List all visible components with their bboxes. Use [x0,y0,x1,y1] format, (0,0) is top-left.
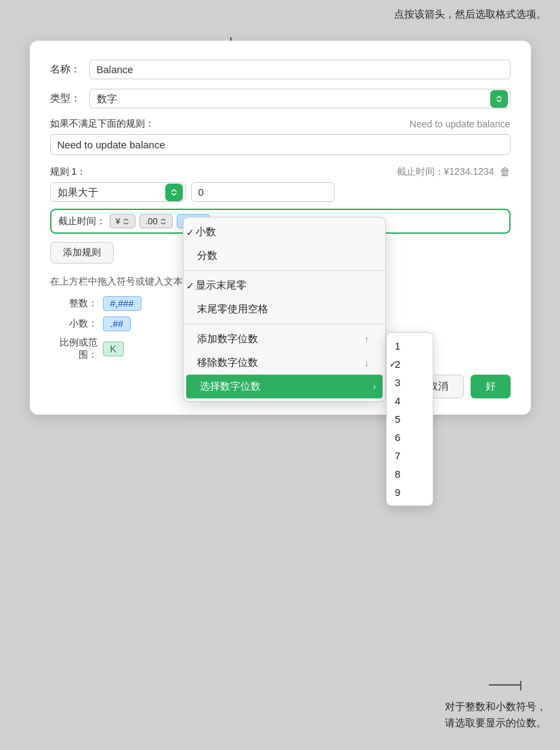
menu-item-trailing-space[interactable]: 末尾零使用空格 [184,297,385,321]
submenu-item-8[interactable]: 8 [387,465,433,483]
menu-separator-2 [184,324,385,325]
menu-item-show-trailing-label: 显示末尾零 [196,279,246,292]
rule-header-row: 规则 1： 截止时间：¥1234.1234 🗑 [50,166,511,178]
format-dropdown-menu: ✓ 小数 分数 ✓ 显示末尾零 末尾零使用空格 添加数字位数 ↑ 移除数字位数 … [183,217,386,402]
rule-condition-select-wrapper: 如果大于 [50,182,186,202]
submenu-item-3[interactable]: 3 [387,373,433,392]
rule-not-met-label: 如果不满足下面的规则： [50,118,154,130]
menu-separator-1 [184,270,385,271]
submenu-label-1: 1 [395,340,400,352]
remove-digits-shortcut-icon: ↓ [365,358,370,368]
submenu-arrow-icon: › [373,381,376,392]
submenu-item-4[interactable]: 4 [387,392,433,410]
menu-item-remove-digits-label: 移除数字位数 [196,356,258,369]
deadline-label-btn[interactable]: 截止时间： [58,215,106,228]
rule-not-met-row: 如果不满足下面的规则： Need to update balance [50,118,511,130]
rule-value-input[interactable] [191,182,335,202]
rule-not-met-value: Need to update balance [410,119,511,129]
submenu-item-5[interactable]: 5 [387,410,433,428]
name-input[interactable] [89,60,511,79]
annotation-bottom: 对于整数和小数符号， 请选取要显示的位数。 [445,699,546,731]
menu-item-add-digits-label: 添加数字位数 [196,333,258,346]
rule-title: 规则 1： [50,166,87,178]
menu-item-remove-digits[interactable]: 移除数字位数 ↓ [184,351,385,375]
submenu-label-4: 4 [395,395,400,407]
ok-button[interactable]: 好 [471,375,511,398]
type-label: 类型： [50,92,83,105]
submenu-label-7: 7 [395,450,400,461]
menu-item-fraction[interactable]: 分数 [184,244,385,268]
submenu-label-6: 6 [395,432,400,443]
name-field-row: 名称： [50,60,511,79]
submenu-item-2[interactable]: ✓ 2 [387,355,433,373]
submenu-item-6[interactable]: 6 [387,428,433,446]
submenu-label-3: 3 [395,377,400,388]
submenu-item-1[interactable]: 1 [387,337,433,355]
submenu-item-9[interactable]: 9 [387,483,433,501]
scale-token-tag[interactable]: K [103,341,124,356]
name-label: 名称： [50,63,83,76]
menu-item-fraction-label: 分数 [196,249,217,262]
digits-submenu: 1 ✓ 2 3 4 5 6 7 8 9 [386,332,433,506]
rule-condition-row: 如果大于 [50,182,511,202]
submenu-label-5: 5 [395,413,400,425]
check-2-icon: ✓ [389,359,397,369]
annotation-top: 点按该箭头，然后选取格式选项。 [394,7,546,22]
decimal-label: 小数： [50,318,98,330]
integer-label: 整数： [50,297,98,310]
decimal-token-tag[interactable]: .## [103,316,131,331]
annotation-bottom-line [489,684,521,686]
currency-pill[interactable]: ¥ [110,214,135,228]
check-trailing-icon: ✓ [186,280,194,291]
integer-token-tag[interactable]: #,### [103,296,142,311]
submenu-label-8: 8 [395,468,400,480]
menu-item-choose-digits-label: 选择数字位数 [198,380,261,393]
format1-pill[interactable]: .00 [139,214,173,228]
menu-item-decimal-label: 小数 [196,226,216,238]
type-select-wrapper: 数字 [89,89,511,108]
add-digits-shortcut-icon: ↑ [365,334,370,344]
menu-item-add-digits[interactable]: 添加数字位数 ↑ [184,327,385,351]
menu-item-decimal[interactable]: ✓ 小数 [184,220,385,244]
type-select[interactable]: 数字 [89,89,511,108]
check-decimal-icon: ✓ [186,227,194,238]
menu-item-show-trailing[interactable]: ✓ 显示末尾零 [184,274,385,297]
menu-item-trailing-space-label: 末尾零使用空格 [196,303,268,316]
rule-condition-arrow-icon[interactable] [165,184,183,201]
submenu-item-7[interactable]: 7 [387,446,433,465]
rule-message-input[interactable] [50,134,511,155]
scale-label: 比例或范围： [50,337,98,361]
submenu-label-9: 9 [395,486,400,498]
add-rule-button[interactable]: 添加规则 [50,242,114,264]
type-field-row: 类型： 数字 [50,89,511,108]
rule-deadline-info: 截止时间：¥1234.1234 [397,166,494,178]
delete-rule-icon[interactable]: 🗑 [500,166,511,178]
menu-item-choose-digits[interactable]: 选择数字位数 › [186,375,383,398]
type-select-arrow-icon[interactable] [490,90,508,108]
